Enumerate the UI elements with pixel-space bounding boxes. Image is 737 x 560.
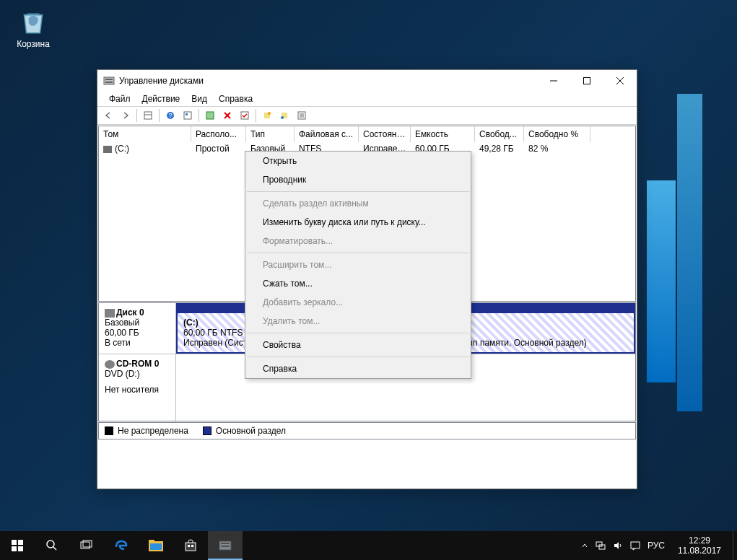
disk-mgmt-taskbar-button[interactable] [208, 531, 243, 560]
cell-layout: Простой [191, 142, 246, 155]
help-button[interactable]: ? [162, 108, 178, 123]
titlebar[interactable]: Управление дисками [97, 70, 637, 92]
recycle-bin-icon [18, 6, 48, 36]
svg-rect-32 [83, 541, 92, 547]
cell-volume: (C:) [115, 144, 129, 154]
taskbar: РУС 12:29 11.08.2017 [0, 531, 737, 560]
disk0-name: Диск 0 [116, 307, 144, 318]
legend-primary: Основной раздел [216, 426, 286, 436]
col-freepct[interactable]: Свободно % [524, 126, 590, 142]
ctx-make-active: Сделать раздел активным [245, 194, 471, 213]
svg-rect-40 [221, 543, 230, 544]
menu-action[interactable]: Действие [136, 92, 186, 105]
col-layout[interactable]: Располо... [191, 126, 246, 142]
recycle-bin-label: Корзина [9, 39, 58, 49]
tray-messages-icon[interactable] [630, 541, 640, 551]
svg-point-18 [268, 112, 271, 115]
forward-button[interactable] [118, 108, 134, 123]
cell-free: 49,28 ГБ [475, 142, 524, 155]
maximize-button[interactable] [570, 70, 603, 92]
tray-clock[interactable]: 12:29 11.08.2017 [672, 535, 727, 556]
show-hide-button[interactable] [140, 108, 156, 123]
edge-button[interactable] [104, 531, 139, 560]
minimize-button[interactable] [537, 70, 570, 92]
delete-button[interactable] [219, 108, 235, 123]
start-button[interactable] [0, 531, 35, 560]
svg-rect-4 [584, 78, 590, 84]
tray-chevron-icon[interactable] [581, 542, 588, 549]
legend: Не распределена Основной раздел [98, 422, 636, 439]
ctx-shrink[interactable]: Сжать том... [245, 274, 471, 293]
cdrom-label[interactable]: CD-ROM 0 DVD (D:) Нет носителя [99, 354, 176, 421]
col-volume[interactable]: Том [99, 126, 191, 142]
tray-language[interactable]: РУС [647, 541, 665, 551]
svg-point-29 [47, 541, 54, 548]
svg-line-30 [53, 547, 56, 550]
ctx-open[interactable]: Открыть [245, 152, 471, 170]
tray-volume-icon[interactable] [613, 541, 623, 551]
svg-rect-36 [186, 543, 196, 551]
settings-button[interactable] [180, 108, 196, 123]
col-status[interactable]: Состояние [359, 126, 411, 142]
cdrom-type: DVD (D:) [105, 369, 170, 379]
refresh-button[interactable] [202, 108, 218, 123]
show-desktop-button[interactable] [733, 531, 737, 560]
svg-rect-2 [105, 82, 113, 83]
toolbar: ? [97, 106, 637, 125]
svg-rect-44 [631, 542, 640, 548]
system-tray: РУС 12:29 11.08.2017 [575, 535, 733, 556]
cell-freepct: 82 % [524, 142, 590, 155]
menu-help[interactable]: Справка [213, 92, 258, 105]
back-button[interactable] [100, 108, 116, 123]
properties-button[interactable] [294, 108, 310, 123]
svg-rect-1 [105, 79, 113, 80]
disk0-label[interactable]: Диск 0 Базовый 60,00 ГБ В сети [99, 303, 176, 354]
app-icon [103, 75, 115, 87]
check-button[interactable] [237, 108, 253, 123]
svg-rect-12 [186, 113, 188, 115]
disk0-state: В сети [105, 338, 170, 348]
svg-rect-34 [149, 540, 154, 543]
ctx-properties[interactable]: Свойства [245, 336, 471, 354]
table-header: Том Располо... Тип Файловая с... Состоян… [99, 126, 635, 142]
ctx-mirror: Добавить зеркало... [245, 293, 471, 312]
col-fs[interactable]: Файловая с... [295, 126, 359, 142]
svg-rect-41 [221, 546, 230, 547]
search-button[interactable] [35, 531, 69, 560]
col-capacity[interactable]: Емкость [411, 126, 475, 142]
col-free[interactable]: Свобод... [475, 126, 524, 142]
recycle-bin-desktop-icon[interactable]: Корзина [9, 6, 58, 49]
tray-time: 12:29 [678, 535, 721, 546]
svg-text:?: ? [168, 112, 172, 119]
menu-file[interactable]: Файл [103, 92, 136, 105]
tray-network-icon[interactable] [596, 541, 606, 551]
svg-rect-25 [12, 540, 17, 545]
disk0-size: 60,00 ГБ [105, 328, 170, 338]
ctx-extend: Расширить том... [245, 255, 471, 274]
ctx-explorer[interactable]: Проводник [245, 170, 471, 189]
ctx-change-letter[interactable]: Изменить букву диска или путь к диску... [245, 213, 471, 232]
svg-rect-27 [12, 546, 17, 551]
context-menu: Открыть Проводник Сделать раздел активны… [245, 151, 471, 379]
close-button[interactable] [603, 70, 637, 92]
svg-point-20 [281, 116, 284, 119]
ctx-format: Форматировать... [245, 232, 471, 250]
svg-rect-0 [104, 77, 114, 84]
legend-primary-swatch [203, 426, 211, 435]
ctx-delete: Удалить том... [245, 312, 471, 331]
col-type[interactable]: Тип [246, 126, 295, 142]
legend-unallocated: Не распределена [118, 426, 188, 436]
cdrom-state: Нет носителя [105, 385, 170, 395]
task-view-button[interactable] [69, 531, 104, 560]
store-button[interactable] [173, 531, 208, 560]
svg-rect-38 [191, 545, 193, 547]
menu-view[interactable]: Вид [186, 92, 213, 105]
ctx-help[interactable]: Справка [245, 359, 471, 378]
window-title: Управление дисками [119, 76, 204, 86]
svg-rect-31 [81, 542, 90, 548]
disk-icon [105, 309, 115, 318]
windows-accent-stripe [677, 94, 702, 411]
new-button[interactable] [259, 108, 275, 123]
explorer-button[interactable] [139, 531, 173, 560]
list-button[interactable] [276, 108, 292, 123]
